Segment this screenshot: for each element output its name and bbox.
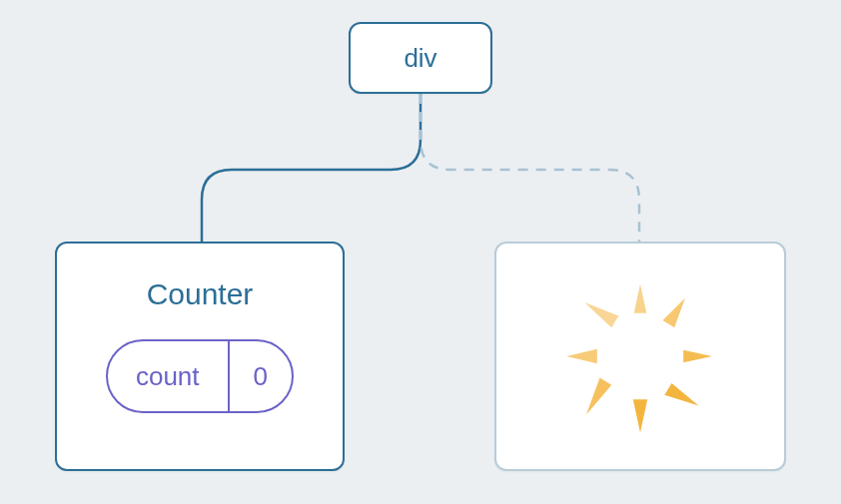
state-key: count [108,341,230,411]
svg-marker-7 [584,302,618,327]
state-pill: count 0 [106,339,294,413]
loading-spinner-icon [550,266,730,446]
svg-marker-4 [633,399,647,432]
svg-marker-0 [634,284,647,313]
svg-marker-6 [566,349,597,363]
counter-node: Counter count 0 [55,242,345,471]
svg-marker-3 [664,383,698,406]
root-label: div [404,43,436,74]
svg-marker-5 [586,378,611,415]
svg-marker-1 [663,298,686,328]
state-value: 0 [230,341,292,411]
counter-title: Counter [147,277,254,311]
placeholder-node [494,242,786,471]
root-node: div [349,22,492,94]
svg-marker-2 [683,350,712,363]
diagram-canvas: div Counter count 0 [0,0,841,504]
